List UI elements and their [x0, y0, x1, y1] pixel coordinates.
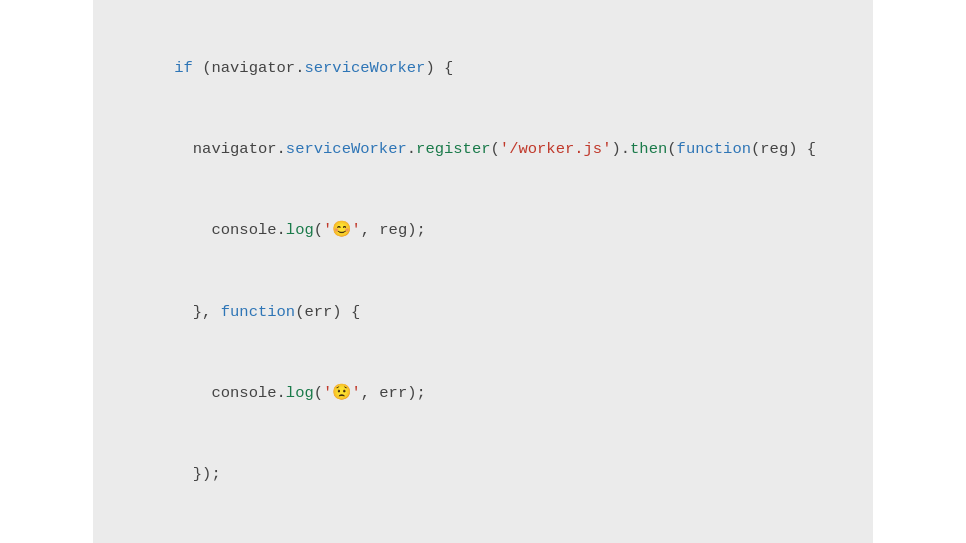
- path-string: '/worker.js': [500, 140, 612, 158]
- comma-reg: , reg);: [361, 221, 426, 239]
- dot4: .: [277, 221, 286, 239]
- comma-err: , err);: [361, 384, 426, 402]
- paren2: (: [491, 140, 500, 158]
- paren: (: [193, 59, 212, 77]
- navigator: navigator: [211, 59, 295, 77]
- indent-2: navigator: [174, 140, 276, 158]
- err-param: (err) {: [295, 303, 360, 321]
- log-method-1: log: [286, 221, 314, 239]
- code-container: // Install Service Worker if (navigator.…: [93, 0, 873, 543]
- paren6: (: [314, 384, 323, 402]
- function-keyword-1: function: [677, 140, 751, 158]
- paren-close: ) {: [425, 59, 453, 77]
- dot2: .: [277, 140, 286, 158]
- emoji-string-1: '😊': [323, 221, 361, 239]
- keyword-if: if: [174, 59, 193, 77]
- code-block: // Install Service Worker if (navigator.…: [137, 0, 829, 543]
- indent-4: },: [174, 303, 221, 321]
- service-worker-prop: serviceWorker: [304, 59, 425, 77]
- reg-param: (reg) {: [751, 140, 816, 158]
- dot3: .: [407, 140, 416, 158]
- register-method: register: [416, 140, 490, 158]
- log-method-2: log: [286, 384, 314, 402]
- paren5: (: [314, 221, 323, 239]
- indent-3: console: [174, 221, 276, 239]
- then-method: then: [630, 140, 667, 158]
- emoji-string-2: '😟': [323, 384, 361, 402]
- function-keyword-2: function: [221, 303, 295, 321]
- dot5: .: [277, 384, 286, 402]
- paren4: (: [667, 140, 676, 158]
- service-worker-2: serviceWorker: [286, 140, 407, 158]
- paren3: ).: [611, 140, 630, 158]
- closing-bracket-1: });: [174, 465, 221, 483]
- indent-5: console: [174, 384, 276, 402]
